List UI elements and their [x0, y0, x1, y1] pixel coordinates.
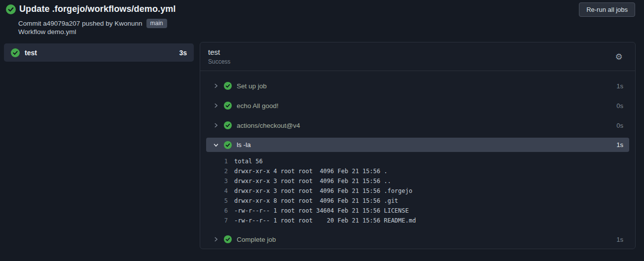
step-row[interactable]: Complete job1s: [206, 229, 629, 249]
job-detail-panel: test Success ⚙ Set up job1secho All good…: [200, 42, 636, 249]
step-duration: 0s: [616, 102, 623, 110]
step-name: echo All good!: [237, 102, 279, 110]
commit-prefix: Commit: [18, 20, 41, 27]
log-line-number: 4: [206, 187, 228, 194]
run-header: Update .forgejo/workflows/demo.yml Commi…: [0, 0, 644, 42]
log-line: 1total 56: [206, 156, 629, 166]
job-status: Success: [208, 58, 627, 65]
success-check-icon: [224, 102, 232, 110]
log-line-text: drwxr-xr-x 4 root root 4096 Feb 21 15:56…: [234, 168, 388, 175]
log-line: 6-rw-r--r-- 1 root root 34604 Feb 21 15:…: [206, 206, 629, 216]
commit-line: Commit a49079a207 pushed by Kwonunn main: [18, 19, 167, 28]
log-line: 5drwxr-xr-x 8 root root 4096 Feb 21 15:5…: [206, 196, 629, 206]
step-duration: 1s: [616, 82, 623, 90]
log-line-number: 7: [206, 217, 228, 224]
rerun-all-jobs-button[interactable]: Re-run all jobs: [579, 2, 635, 17]
step-duration: 1s: [616, 141, 623, 149]
success-check-icon: [224, 121, 232, 129]
job-duration: 3s: [179, 49, 187, 57]
gear-icon[interactable]: ⚙: [613, 51, 624, 62]
log-line-number: 3: [206, 178, 228, 185]
log-line-text: drwxr-xr-x 3 root root 4096 Feb 21 15:56…: [234, 187, 412, 194]
step-name: actions/checkout@v4: [237, 122, 300, 129]
log-line-text: drwxr-xr-x 3 root root 4096 Feb 21 15:56…: [234, 178, 391, 185]
log-line-text: drwxr-xr-x 8 root root 4096 Feb 21 15:56…: [234, 197, 398, 204]
log-line-text: total 56: [234, 158, 263, 165]
commit-middle: pushed by: [82, 20, 112, 27]
commit-author-link[interactable]: Kwonunn: [114, 20, 142, 27]
chevron-right-icon: [213, 83, 219, 89]
step-row[interactable]: echo All good!0s: [206, 96, 629, 115]
log-line-number: 2: [206, 168, 228, 175]
success-check-icon: [11, 48, 20, 57]
log-line-number: 1: [206, 158, 228, 165]
step-name: Complete job: [237, 236, 276, 243]
commit-sha-link[interactable]: a49079a207: [43, 20, 80, 27]
sidebar-job-test[interactable]: test 3s: [4, 43, 194, 62]
steps-list: Set up job1secho All good!0sactions/chec…: [200, 71, 635, 249]
log-line: 2drwxr-xr-x 4 root root 4096 Feb 21 15:5…: [206, 166, 629, 176]
log-line-text: -rw-r--r-- 1 root root 34604 Feb 21 15:5…: [234, 207, 409, 214]
log-line-number: 6: [206, 207, 228, 214]
chevron-right-icon: [213, 103, 219, 109]
job-name: test: [25, 49, 37, 57]
run-title: Update .forgejo/workflows/demo.yml: [19, 4, 176, 14]
success-check-icon: [224, 82, 232, 90]
branch-badge[interactable]: main: [146, 19, 167, 28]
step-name: ls -la: [237, 141, 251, 149]
log-line: 3drwxr-xr-x 3 root root 4096 Feb 21 15:5…: [206, 176, 629, 186]
success-check-icon: [224, 235, 232, 243]
step-row[interactable]: Set up job1s: [206, 76, 629, 96]
step-log-output: 1total 562drwxr-xr-x 4 root root 4096 Fe…: [206, 152, 629, 229]
job-title: test: [208, 48, 627, 56]
log-line-text: -rw-r--r-- 1 root root 20 Feb 21 15:56 R…: [234, 217, 416, 224]
chevron-down-icon: [213, 142, 219, 148]
log-line-number: 5: [206, 197, 228, 204]
log-line: 7-rw-r--r-- 1 root root 20 Feb 21 15:56 …: [206, 216, 629, 225]
step-duration: 1s: [616, 236, 623, 243]
success-check-icon: [6, 4, 16, 14]
success-check-icon: [224, 141, 232, 149]
step-row[interactable]: actions/checkout@v40s: [206, 115, 629, 135]
workflow-line: Workflow demo.yml: [18, 28, 76, 36]
step-duration: 0s: [616, 122, 623, 129]
chevron-right-icon: [213, 122, 219, 128]
job-detail-header: test Success ⚙: [200, 42, 635, 71]
log-line: 4drwxr-xr-x 3 root root 4096 Feb 21 15:5…: [206, 186, 629, 196]
step-name: Set up job: [237, 82, 267, 90]
workflow-run-page: Update .forgejo/workflows/demo.yml Commi…: [0, 0, 644, 261]
chevron-right-icon: [213, 236, 219, 242]
step-row[interactable]: ls -la1s: [206, 138, 629, 152]
